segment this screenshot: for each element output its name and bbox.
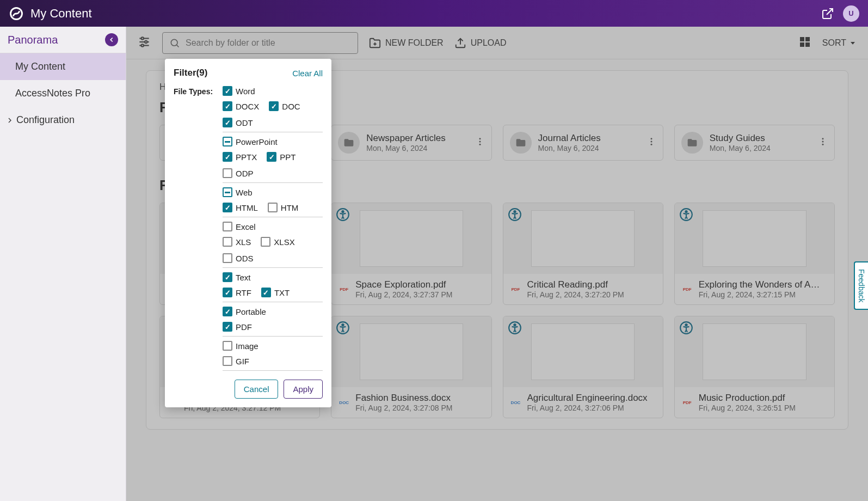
- checkbox-icon: [223, 322, 232, 332]
- app-title: My Content: [30, 7, 92, 21]
- svg-marker-17: [851, 42, 855, 45]
- app-header: My Content U: [0, 0, 868, 27]
- upload-button[interactable]: UPLOAD: [454, 37, 507, 49]
- file-card[interactable]: DOC Agricultural Engineering.docx Fri, A…: [503, 316, 663, 418]
- checkbox-icon: [223, 203, 232, 212]
- file-thumbnail: [331, 316, 491, 387]
- file-card[interactable]: PDF Critical Reading.pdf Fri, Aug 2, 202…: [503, 203, 663, 305]
- filter-group-label: Excel: [236, 222, 256, 231]
- checkbox-icon: [269, 101, 279, 111]
- checkbox-icon: [223, 187, 232, 197]
- svg-point-45: [685, 324, 687, 326]
- file-type-icon: PDF: [510, 283, 522, 295]
- popout-icon[interactable]: [821, 7, 834, 20]
- file-date: Fri, Aug 2, 2024, 3:27:20 PM: [527, 290, 656, 299]
- filter-checkbox-txt[interactable]: TXT: [261, 288, 290, 297]
- filter-checkbox-xlsx[interactable]: XLSX: [261, 237, 294, 247]
- filter-button[interactable]: [137, 35, 151, 51]
- chevron-down-icon: [848, 39, 857, 47]
- checkbox-label: ODS: [236, 254, 254, 263]
- svg-point-21: [479, 138, 481, 139]
- new-folder-button[interactable]: NEW FOLDER: [369, 37, 444, 49]
- checkbox-icon: [223, 356, 232, 366]
- folder-menu-button[interactable]: [475, 137, 485, 149]
- checkbox-icon: [261, 237, 270, 247]
- checkbox-label: TXT: [274, 288, 290, 297]
- filter-checkbox-odt[interactable]: ODT: [223, 118, 253, 127]
- file-name: Space Exploration.pdf: [355, 279, 484, 290]
- chevron-right-icon: [5, 116, 14, 125]
- filter-checkbox-ods[interactable]: ODS: [223, 253, 254, 263]
- file-name: Exploring the Wonders of A…: [699, 279, 828, 290]
- file-card[interactable]: PDF Exploring the Wonders of A… Fri, Aug…: [674, 203, 835, 305]
- sidebar-item-accessnotes[interactable]: AccessNotes Pro: [0, 80, 126, 107]
- filter-group-powerpoint[interactable]: PowerPoint: [223, 137, 323, 146]
- svg-rect-14: [805, 37, 810, 41]
- filter-group-portable[interactable]: Portable: [223, 307, 323, 316]
- filter-group-web[interactable]: Web: [223, 187, 323, 197]
- filter-groups: Word DOCXDOCODT PowerPoint PPTXPPTODP We…: [223, 86, 323, 371]
- folder-plus-icon: [369, 37, 381, 49]
- file-card[interactable]: PDF Space Exploration.pdf Fri, Aug 2, 20…: [331, 203, 491, 305]
- grid-view-button[interactable]: [798, 35, 811, 51]
- svg-point-22: [479, 141, 481, 143]
- file-type-icon: PDF: [681, 396, 693, 408]
- filter-group-text[interactable]: Text: [223, 272, 323, 282]
- folder-card[interactable]: Study Guides Mon, May 6, 2024: [674, 125, 835, 161]
- checkbox-label: RTF: [236, 288, 251, 297]
- accessibility-badge-icon: [679, 207, 693, 222]
- file-thumbnail: [331, 203, 491, 274]
- folder-card[interactable]: Newspaper Articles Mon, May 6, 2024: [331, 125, 491, 161]
- search-input[interactable]: [186, 38, 351, 48]
- svg-rect-13: [800, 37, 804, 41]
- svg-point-3: [141, 37, 144, 39]
- file-card[interactable]: PDF Music Production.pdf Fri, Aug 2, 202…: [674, 316, 835, 418]
- filter-checkbox-docx[interactable]: DOCX: [223, 101, 259, 111]
- file-name: Fashion Business.docx: [355, 393, 484, 404]
- filter-group-excel[interactable]: Excel: [223, 222, 323, 231]
- svg-point-43: [514, 324, 515, 326]
- filter-checkbox-doc[interactable]: DOC: [269, 101, 300, 111]
- filter-checkbox-odp[interactable]: ODP: [223, 168, 254, 178]
- checkbox-label: PPTX: [236, 152, 257, 162]
- avatar[interactable]: U: [843, 5, 859, 22]
- filter-group-word[interactable]: Word: [223, 86, 323, 96]
- folder-date: Mon, May 6, 2024: [710, 144, 811, 152]
- folder-menu-button[interactable]: [647, 137, 656, 149]
- checkbox-label: HTM: [281, 203, 299, 212]
- checkbox-icon: [223, 152, 232, 162]
- filter-cancel-button[interactable]: Cancel: [235, 380, 279, 399]
- filter-apply-button[interactable]: Apply: [284, 380, 323, 399]
- file-card[interactable]: DOC Fashion Business.docx Fri, Aug 2, 20…: [331, 316, 491, 418]
- sidebar-item-configuration[interactable]: Configuration: [0, 107, 126, 133]
- svg-point-27: [822, 138, 824, 139]
- folder-card[interactable]: Journal Articles Mon, May 6, 2024: [503, 125, 663, 161]
- filter-checkbox-pdf[interactable]: PDF: [223, 322, 252, 332]
- filter-checkbox-rtf[interactable]: RTF: [223, 288, 251, 297]
- sort-button[interactable]: SORT: [822, 38, 857, 48]
- sidebar-collapse-button[interactable]: [105, 33, 118, 46]
- filter-group-label: Image: [236, 341, 258, 351]
- file-type-icon: DOC: [338, 396, 350, 408]
- filter-checkbox-gif[interactable]: GIF: [223, 356, 249, 366]
- checkbox-icon: [223, 307, 232, 316]
- folder-menu-button[interactable]: [818, 137, 828, 149]
- filter-clear-all[interactable]: Clear All: [292, 69, 323, 78]
- checkbox-icon: [223, 272, 232, 282]
- filter-checkbox-htm[interactable]: HTM: [268, 203, 299, 212]
- sort-label: SORT: [822, 38, 846, 48]
- search-box[interactable]: [162, 32, 358, 54]
- accessibility-badge-icon: [679, 321, 693, 335]
- file-thumbnail: [675, 316, 834, 387]
- filter-checkbox-xls[interactable]: XLS: [223, 237, 251, 247]
- filter-title: Filter(9): [174, 68, 207, 78]
- checkbox-label: DOCX: [236, 102, 259, 111]
- svg-rect-15: [800, 42, 804, 47]
- filter-checkbox-pptx[interactable]: PPTX: [223, 152, 257, 162]
- feedback-tab[interactable]: Feedback: [854, 261, 868, 310]
- sidebar-item-my-content[interactable]: My Content: [0, 53, 126, 80]
- filter-checkbox-html[interactable]: HTML: [223, 203, 258, 212]
- svg-point-41: [342, 324, 344, 326]
- filter-checkbox-ppt[interactable]: PPT: [267, 152, 296, 162]
- filter-group-image[interactable]: Image: [223, 341, 323, 351]
